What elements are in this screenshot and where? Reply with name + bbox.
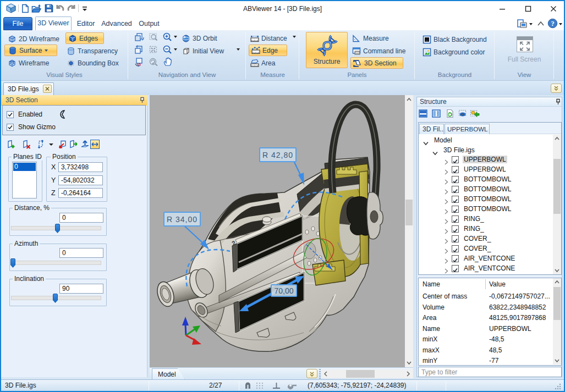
svg-text:R 42,80: R 42,80 [262, 151, 293, 159]
svg-text:70,00: 70,00 [274, 286, 293, 295]
svg-text:35: 35 [136, 63, 141, 67]
svg-text:?: ? [551, 20, 554, 27]
svg-text:R 34,00: R 34,00 [167, 215, 198, 224]
